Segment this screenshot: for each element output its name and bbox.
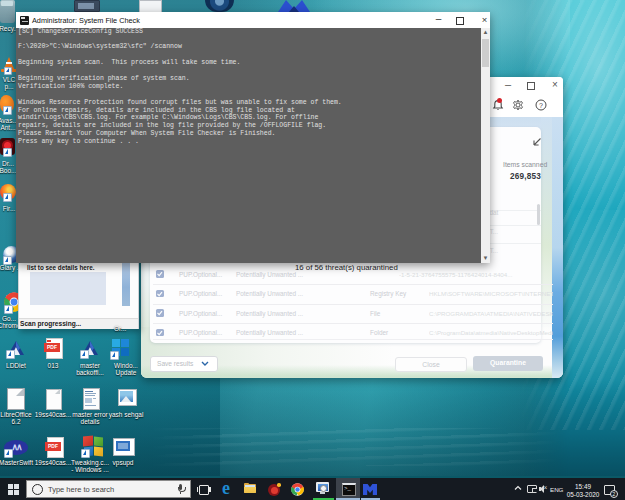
svg-text:?: ? (539, 102, 543, 109)
